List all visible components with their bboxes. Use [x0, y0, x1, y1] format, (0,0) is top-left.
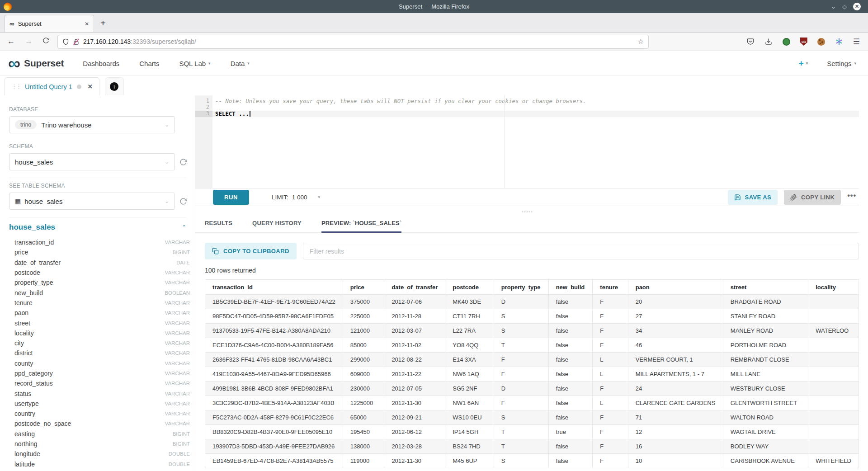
table-schema-title[interactable]: house_sales — [9, 223, 55, 232]
results-cell: F5C273AC-0D2A-458F-8279-9C61F0C22EC6 — [205, 410, 343, 425]
query-tab-close-icon[interactable]: ✕ — [88, 83, 93, 90]
results-cell: T — [494, 338, 548, 353]
superset-brand[interactable]: ∞ Superset — [8, 57, 64, 70]
add-query-tab-button[interactable]: + — [105, 77, 124, 95]
results-header-cell[interactable]: new_build — [548, 280, 593, 295]
limit-dropdown[interactable]: LIMIT: 1 000 ▾ — [272, 194, 320, 201]
pocket-icon[interactable] — [746, 38, 755, 46]
results-cell: D — [494, 295, 548, 309]
reload-button[interactable] — [42, 37, 49, 46]
schema-column-row: city VARCHAR — [9, 338, 190, 348]
more-actions-button[interactable]: ••• — [847, 192, 859, 203]
line-number: 2 — [195, 104, 212, 111]
settings-menu[interactable]: Settings▾ — [827, 60, 856, 67]
schema-column-row: easting BIGINT — [9, 429, 190, 439]
nav-item[interactable]: Dashboards — [83, 60, 119, 67]
ublock-icon[interactable]: uB — [800, 38, 807, 46]
code-line[interactable]: -- Note: Unless you save your query, the… — [212, 98, 859, 104]
forward-button[interactable]: → — [25, 37, 33, 46]
results-cell: ECE1D376-C9A6-4C00-B004-A380B189FA56 — [205, 338, 343, 353]
query-tab-label: Untitled Query 1 — [25, 83, 72, 90]
results-header-cell[interactable]: postcode — [445, 280, 494, 295]
back-button[interactable]: ← — [7, 37, 15, 46]
new-item-button[interactable]: +▾ — [799, 58, 808, 68]
caret-down-icon: ▾ — [318, 195, 321, 199]
cookie-extension-icon[interactable] — [817, 38, 825, 46]
collapse-chevron-icon[interactable]: ⌃ — [182, 224, 186, 231]
editor-lines[interactable]: -- Note: Unless you save your query, the… — [212, 95, 859, 188]
container-asterisk-icon[interactable] — [835, 38, 843, 46]
results-cell: 2012-06-12 — [384, 425, 445, 439]
results-cell: 1225000 — [343, 396, 384, 410]
database-select[interactable]: trino Trino warehouse ⌄ — [9, 116, 175, 133]
results-header-cell[interactable]: transaction_id — [205, 280, 343, 295]
results-cell: MILL LANE — [723, 367, 808, 382]
menu-icon[interactable]: ☰ — [853, 37, 860, 47]
results-header-cell[interactable]: locality — [808, 280, 859, 295]
run-button[interactable]: RUN — [213, 190, 249, 205]
url-bar[interactable]: 217.160.120.143:32393/superset/sqllab/ ☆ — [57, 35, 649, 49]
code-line[interactable]: SELECT ... — [212, 111, 859, 117]
results-tab[interactable]: PREVIEW: `HOUSE_SALES` — [321, 216, 402, 232]
column-name: paon — [14, 309, 28, 316]
copy-to-clipboard-button[interactable]: COPY TO CLIPBOARD — [205, 243, 297, 259]
tab-close-icon[interactable]: ✕ — [85, 21, 89, 27]
results-cell: 2012-07-06 — [384, 295, 445, 309]
results-cell: 71 — [628, 410, 723, 425]
results-header-cell[interactable]: date_of_transfer — [384, 280, 445, 295]
nav-item-label: Dashboards — [83, 60, 119, 67]
results-cell — [808, 353, 859, 367]
refresh-tables-button[interactable] — [179, 198, 187, 205]
window-minimize-button[interactable]: ⌄ — [831, 3, 836, 10]
url-host: 217.160.120.143 — [83, 38, 131, 45]
results-cell: F — [593, 324, 628, 338]
schema-column-row: property_type VARCHAR — [9, 278, 190, 287]
insecure-lock-icon[interactable] — [73, 38, 80, 45]
results-tab[interactable]: QUERY HISTORY — [252, 216, 302, 232]
save-as-button[interactable]: SAVE AS — [728, 190, 778, 205]
results-header-cell[interactable]: street — [723, 280, 808, 295]
column-name: easting — [14, 430, 35, 438]
results-header-cell[interactable]: paon — [628, 280, 723, 295]
results-header-cell[interactable]: tenure — [593, 280, 628, 295]
shield-permissions-icon[interactable] — [62, 38, 69, 45]
results-cell: 98F5DC47-0D05-4D59-95B7-98CA6F1FDE05 — [205, 309, 343, 324]
window-close-button[interactable]: ✕ — [853, 3, 861, 10]
column-type: VARCHAR — [165, 310, 190, 316]
filter-results-input[interactable] — [303, 243, 859, 259]
results-cell: E14 3XA — [445, 353, 494, 367]
table-select[interactable]: ▦ house_sales ⌄ — [9, 193, 175, 210]
results-header-cell[interactable]: price — [343, 280, 384, 295]
window-maximize-button[interactable]: ◇ — [842, 3, 847, 10]
column-name: record_status — [14, 380, 53, 387]
schema-select[interactable]: house_sales ⌄ — [9, 153, 175, 170]
line-number: 1 — [195, 98, 212, 104]
results-cell: F — [593, 338, 628, 353]
nav-item[interactable]: Charts — [139, 60, 159, 67]
privacy-badger-icon[interactable] — [783, 38, 790, 46]
results-cell: 65000 — [343, 410, 384, 425]
sql-editor[interactable]: 123 -- Note: Unless you save your query,… — [195, 95, 859, 188]
results-tab[interactable]: RESULTS — [205, 216, 232, 232]
results-cell: CLARENCE GATE GARDENS — [628, 396, 723, 410]
table-select-value: house_sales — [24, 198, 62, 205]
refresh-schemas-button[interactable] — [179, 158, 187, 166]
schema-column-row: longitude DOUBLE — [9, 449, 190, 459]
query-tab[interactable]: ⋮⋮ Untitled Query 1 ✕ — [5, 77, 99, 95]
results-header-cell[interactable]: property_type — [494, 280, 548, 295]
download-icon[interactable] — [764, 38, 773, 46]
browser-tab[interactable]: ∞ Superset ✕ — [5, 15, 94, 32]
drag-handle-icon[interactable]: ⋮⋮ — [11, 83, 20, 90]
new-tab-button[interactable]: + — [100, 18, 106, 28]
superset-navbar: ∞ Superset Dashboards Charts SQL Lab ▾ D… — [0, 51, 868, 76]
code-line[interactable] — [212, 104, 859, 111]
pane-splitter[interactable] — [195, 206, 859, 216]
results-cell: SG5 2NF — [445, 382, 494, 396]
results-cell: false — [548, 367, 593, 382]
nav-item[interactable]: SQL Lab ▾ — [179, 60, 210, 67]
results-row: 419E1030-9A55-4467-8DA9-9FED95D659666090… — [205, 367, 859, 382]
column-name: locality — [14, 330, 34, 337]
bookmark-star-icon[interactable]: ☆ — [638, 38, 644, 46]
nav-item[interactable]: Data ▾ — [231, 60, 250, 67]
copy-link-button[interactable]: COPY LINK — [784, 190, 841, 205]
